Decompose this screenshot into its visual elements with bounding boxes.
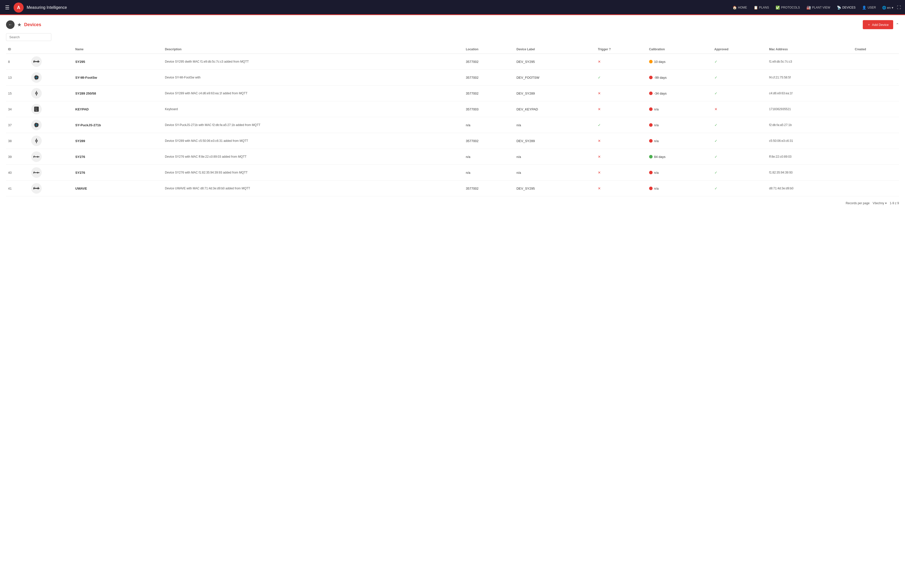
cell-mac: f2:db:fa:a5:27:1b bbox=[767, 117, 853, 133]
svg-rect-49 bbox=[38, 156, 38, 158]
svg-rect-57 bbox=[38, 188, 38, 189]
svg-rect-54 bbox=[34, 171, 35, 172]
cell-id: 8 bbox=[6, 54, 29, 70]
nav-item-devices[interactable]: 📡 DEVICES bbox=[834, 4, 858, 11]
nav-item-plans[interactable]: 📋 PLANS bbox=[751, 4, 772, 11]
svg-rect-8 bbox=[34, 76, 35, 77]
col-header-location: Location bbox=[464, 45, 514, 54]
table-row[interactable]: 15 SY289 250/58 Device SY289 with MAC c4… bbox=[6, 86, 899, 101]
svg-rect-48 bbox=[33, 156, 34, 158]
device-name: SY276 bbox=[75, 171, 85, 175]
calibration-dot bbox=[649, 107, 653, 111]
svg-rect-33 bbox=[34, 124, 35, 124]
per-page-chevron-icon: ▾ bbox=[885, 202, 887, 205]
navbar: ☰ A Measuring Intelligence 🏠 HOME 📋 PLAN… bbox=[0, 0, 905, 15]
table-row[interactable]: 13 SY-MI-FootSw Device SY-MI-FootSw with bbox=[6, 70, 899, 86]
cell-calibration: 10 days bbox=[647, 54, 713, 70]
approved-check-icon: ✓ bbox=[714, 139, 718, 143]
approved-check-icon: ✓ bbox=[714, 123, 718, 127]
nav-item-protocols[interactable]: ✅ PROTOCOLS bbox=[773, 4, 802, 11]
svg-rect-32 bbox=[36, 124, 37, 126]
cell-name: SY276 bbox=[73, 165, 163, 181]
nav-item-plant-view[interactable]: 🏭 PLANT VIEW bbox=[804, 4, 833, 11]
plant-view-icon: 🏭 bbox=[807, 6, 811, 10]
nav-item-user[interactable]: 👤 USER bbox=[859, 4, 878, 11]
nav-item-home[interactable]: 🏠 HOME bbox=[730, 4, 749, 11]
cell-calibration: 84 days bbox=[647, 149, 713, 165]
calibration-cell: 84 days bbox=[649, 155, 710, 159]
cell-name: KEYPAD bbox=[73, 101, 163, 117]
calibration-cell: n/a bbox=[649, 187, 710, 191]
cell-location: 3577002 bbox=[464, 54, 514, 70]
nav-item-home-label: HOME bbox=[738, 6, 747, 9]
calibration-cell: 10 days bbox=[649, 60, 710, 64]
calibration-value: n/a bbox=[654, 171, 659, 175]
calibration-dot bbox=[649, 139, 653, 143]
add-device-button[interactable]: ＋ Add Device bbox=[863, 20, 893, 29]
table-row[interactable]: 38 SY289 Device SY289 with MAC c5:50:06:… bbox=[6, 133, 899, 149]
cell-approved: ✓ bbox=[713, 133, 767, 149]
svg-rect-2 bbox=[38, 60, 38, 63]
device-avatar bbox=[31, 104, 42, 114]
cell-trigger: ✕ bbox=[596, 165, 647, 181]
svg-rect-25 bbox=[35, 108, 36, 109]
svg-rect-13 bbox=[37, 75, 37, 76]
add-device-label: Add Device bbox=[872, 23, 889, 27]
cell-created bbox=[853, 181, 899, 196]
device-avatar bbox=[31, 72, 42, 83]
col-header-trigger: Trigger ? bbox=[596, 45, 647, 54]
calibration-value: n/a bbox=[654, 139, 659, 143]
approved-check-icon: ✓ bbox=[714, 186, 718, 191]
app-title: Measuring Intelligence bbox=[27, 5, 67, 10]
cell-id: 38 bbox=[6, 133, 29, 149]
language-selector[interactable]: 🌐 en ▾ bbox=[880, 4, 895, 11]
protocols-icon: ✅ bbox=[776, 6, 780, 10]
page-title: Devices bbox=[24, 22, 41, 27]
pagination-info: 1-9 z 9 bbox=[890, 202, 899, 205]
calibration-cell: n/a bbox=[649, 107, 710, 111]
cell-approved: ✓ bbox=[713, 117, 767, 133]
cell-calibration: n/a bbox=[647, 101, 713, 117]
hamburger-button[interactable]: ☰ bbox=[4, 3, 11, 11]
approved-check-icon: ✓ bbox=[714, 75, 718, 79]
calibration-dot bbox=[649, 92, 653, 95]
back-button[interactable]: ← bbox=[6, 21, 14, 29]
cell-avatar bbox=[29, 70, 73, 86]
calibration-dot bbox=[649, 155, 653, 159]
calibration-value: n/a bbox=[654, 107, 659, 111]
cell-created bbox=[853, 149, 899, 165]
per-page-dropdown[interactable]: Všechny ▾ bbox=[873, 202, 887, 205]
device-avatar bbox=[31, 88, 42, 99]
col-header-name: Name bbox=[73, 45, 163, 54]
svg-rect-50 bbox=[34, 156, 35, 156]
collapse-button[interactable]: ⌃ bbox=[896, 22, 899, 27]
table-row[interactable]: 37 SY-PuckJS-271b Device SY-PuckJS-271b … bbox=[6, 117, 899, 133]
cell-avatar bbox=[29, 117, 73, 133]
col-header-approved: Approved bbox=[713, 45, 767, 54]
cell-approved: ✓ bbox=[713, 149, 767, 165]
cell-device-label: n/a bbox=[514, 165, 596, 181]
table-row[interactable]: 39 SY276 Device SY276 with MAC ff:8e:22:… bbox=[6, 149, 899, 165]
cell-id: 34 bbox=[6, 101, 29, 117]
cell-trigger: ✓ bbox=[596, 70, 647, 86]
search-input[interactable] bbox=[6, 33, 51, 41]
table-row[interactable]: 34 KEYPAD Keyboard 3577003 DEV_KEYPAD ✕ bbox=[6, 101, 899, 117]
device-avatar bbox=[31, 167, 42, 178]
cell-description: Device SY-PuckJS-271b with MAC f2:db:fa:… bbox=[163, 117, 464, 133]
cell-device-label: DEV_KEYPAD bbox=[514, 101, 596, 117]
table-row[interactable]: 41 UWAVE Device UWAVE with MAC d8:71:4d:… bbox=[6, 181, 899, 196]
cell-description: Device SY295 dwith MAC f1:e9:db:5c:7c:c3… bbox=[163, 54, 464, 70]
cell-avatar bbox=[29, 86, 73, 101]
calibration-dot bbox=[649, 123, 653, 127]
trigger-cross-icon: ✕ bbox=[598, 107, 601, 111]
cell-id: 40 bbox=[6, 165, 29, 181]
table-row[interactable]: 8 SY295 Device SY295 dwith MAC f1:e9:db:… bbox=[6, 54, 899, 70]
svg-rect-51 bbox=[33, 172, 40, 173]
table-row[interactable]: 40 SY276 Device SY276 with MAC f1:82:35:… bbox=[6, 165, 899, 181]
fullscreen-button[interactable]: ⛶ bbox=[897, 5, 901, 10]
cell-location: 3577003 bbox=[464, 101, 514, 117]
svg-rect-10 bbox=[38, 76, 39, 77]
cell-id: 39 bbox=[6, 149, 29, 165]
col-header-avatar bbox=[29, 45, 73, 54]
app-logo: A bbox=[14, 3, 24, 13]
